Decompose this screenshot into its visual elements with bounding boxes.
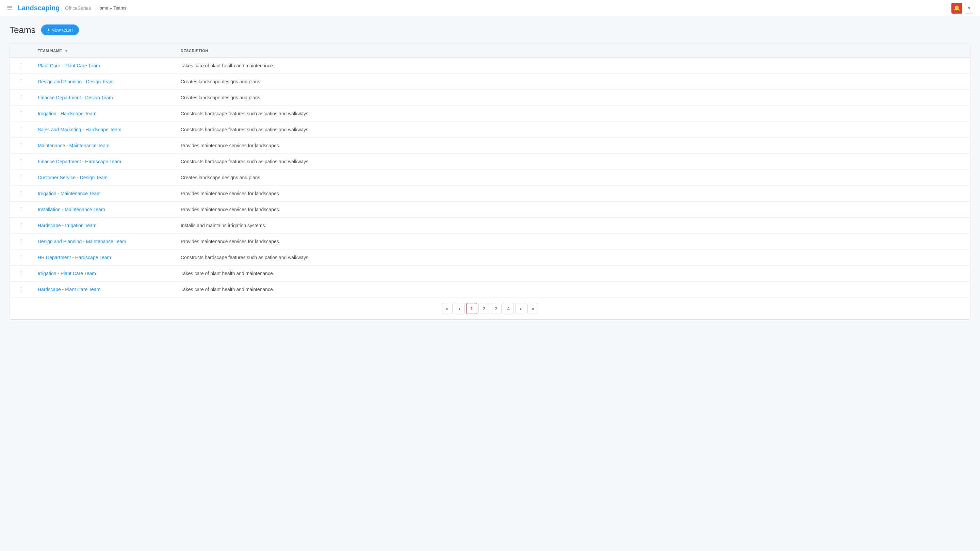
user-dropdown-button[interactable]: ▾ — [965, 3, 973, 14]
team-description: Provides maintenance services for landsc… — [181, 143, 280, 148]
table-row: ⋮Design and Planning - Maintenance TeamP… — [10, 233, 970, 250]
team-name-link[interactable]: Customer Service - Design Team — [38, 175, 108, 180]
team-name-link[interactable]: Irrigation - Plant Care Team — [38, 271, 96, 276]
pagination-first[interactable]: « — [442, 303, 453, 314]
table-row: ⋮Plant Care - Plant Care TeamTakes care … — [10, 58, 970, 74]
pagination-page-4[interactable]: 4 — [503, 303, 514, 314]
page-title: Teams — [10, 25, 36, 35]
team-description: Provides maintenance services for landsc… — [181, 239, 280, 244]
app-header: ☰ Landscaping OfficeSeries Home » Teams … — [0, 0, 980, 16]
page-header: Teams + New team — [10, 24, 970, 35]
row-menu-button[interactable]: ⋮ — [15, 222, 27, 229]
team-name-link[interactable]: Design and Planning - Design Team — [38, 79, 114, 84]
team-description: Constructs hardscape features such as pa… — [181, 255, 310, 260]
row-menu-button[interactable]: ⋮ — [15, 190, 27, 197]
table-row: ⋮Finance Department - Hardscape TeamCons… — [10, 154, 970, 170]
table-row: ⋮Customer Service - Design TeamCreates l… — [10, 170, 970, 186]
table-row: ⋮Irrigation - Maintenance TeamProvides m… — [10, 186, 970, 202]
team-name-link[interactable]: Irrigation - Hardscape Team — [38, 111, 96, 116]
team-name-link[interactable]: Plant Care - Plant Care Team — [38, 63, 100, 68]
pagination-prev[interactable]: ‹ — [454, 303, 465, 314]
bell-icon: 🔔 — [953, 5, 960, 11]
app-title: Landscaping — [18, 4, 60, 12]
row-menu-button[interactable]: ⋮ — [15, 62, 27, 69]
team-description: Creates landscape designs and plans. — [181, 95, 261, 100]
team-name-link[interactable]: Design and Planning - Maintenance Team — [38, 239, 126, 244]
pagination-page-1[interactable]: 1 — [466, 303, 477, 314]
pagination: « ‹ 1 2 3 4 › » — [10, 297, 970, 319]
notification-button[interactable]: 🔔 — [951, 3, 962, 14]
breadcrumb: Home » Teams — [96, 5, 126, 11]
header-right: 🔔 ▾ — [951, 3, 973, 14]
chevron-down-icon: ▾ — [968, 6, 970, 11]
row-menu-button[interactable]: ⋮ — [15, 142, 27, 149]
row-menu-button[interactable]: ⋮ — [15, 158, 27, 165]
teams-table: TEAM NAME ▼ DESCRIPTION ⋮Plant Care - Pl… — [10, 44, 970, 297]
table-row: ⋮HR Department - Hardscape TeamConstruct… — [10, 250, 970, 266]
pagination-page-3[interactable]: 3 — [491, 303, 501, 314]
team-name-link[interactable]: Irrigation - Maintenance Team — [38, 191, 101, 196]
col-header-name: TEAM NAME ▼ — [32, 44, 175, 58]
table-row: ⋮Hardscape - Plant Care TeamTakes care o… — [10, 282, 970, 298]
table-row: ⋮Design and Planning - Design TeamCreate… — [10, 74, 970, 90]
team-description: Constructs hardscape features such as pa… — [181, 111, 310, 116]
table-row: ⋮Sales and Marketing - Hardscape TeamCon… — [10, 122, 970, 138]
teams-table-container: TEAM NAME ▼ DESCRIPTION ⋮Plant Care - Pl… — [10, 43, 970, 320]
row-menu-button[interactable]: ⋮ — [15, 286, 27, 293]
table-row: ⋮Irrigation - Plant Care TeamTakes care … — [10, 266, 970, 282]
row-menu-button[interactable]: ⋮ — [15, 126, 27, 133]
table-header-row: TEAM NAME ▼ DESCRIPTION — [10, 44, 970, 58]
table-row: ⋮Finance Department - Design TeamCreates… — [10, 90, 970, 106]
row-menu-button[interactable]: ⋮ — [15, 270, 27, 277]
team-name-link[interactable]: Maintenance - Maintenance Team — [38, 143, 110, 148]
hamburger-icon[interactable]: ☰ — [7, 5, 12, 12]
row-menu-button[interactable]: ⋮ — [15, 78, 27, 86]
team-name-link[interactable]: HR Department - Hardscape Team — [38, 255, 111, 260]
team-description: Takes care of plant health and maintenan… — [181, 287, 274, 292]
team-description: Takes care of plant health and maintenan… — [181, 63, 274, 68]
team-description: Provides maintenance services for landsc… — [181, 191, 280, 196]
breadcrumb-home[interactable]: Home — [96, 5, 108, 11]
team-description: Constructs hardscape features such as pa… — [181, 127, 310, 132]
team-description: Creates landscape designs and plans. — [181, 79, 261, 84]
col-header-desc: DESCRIPTION — [175, 44, 970, 58]
team-description: Constructs hardscape features such as pa… — [181, 159, 310, 164]
row-menu-button[interactable]: ⋮ — [15, 254, 27, 261]
team-description: Takes care of plant health and maintenan… — [181, 271, 274, 276]
pagination-next[interactable]: › — [515, 303, 526, 314]
pagination-page-2[interactable]: 2 — [479, 303, 489, 314]
table-body: ⋮Plant Care - Plant Care TeamTakes care … — [10, 58, 970, 298]
team-name-link[interactable]: Hardscape - Plant Care Team — [38, 287, 100, 292]
team-description: Provides maintenance services for landsc… — [181, 207, 280, 212]
table-row: ⋮Hardscape - Irrigation TeamInstalls and… — [10, 218, 970, 233]
row-menu-button[interactable]: ⋮ — [15, 110, 27, 118]
table-row: ⋮Maintenance - Maintenance TeamProvides … — [10, 138, 970, 154]
breadcrumb-current: Teams — [113, 5, 126, 11]
row-menu-button[interactable]: ⋮ — [15, 206, 27, 213]
col-header-actions — [10, 44, 32, 58]
row-menu-button[interactable]: ⋮ — [15, 174, 27, 181]
main-content: Teams + New team TEAM NAME ▼ DESCRIPTION — [0, 16, 980, 328]
table-row: ⋮Installation - Maintenance TeamProvides… — [10, 202, 970, 218]
header-left: ☰ Landscaping OfficeSeries Home » Teams — [7, 4, 127, 12]
team-name-link[interactable]: Hardscape - Irrigation Team — [38, 223, 96, 228]
table-row: ⋮Irrigation - Hardscape TeamConstructs h… — [10, 106, 970, 122]
team-name-link[interactable]: Finance Department - Hardscape Team — [38, 159, 121, 164]
pagination-last[interactable]: » — [527, 303, 538, 314]
app-subtitle: OfficeSeries — [65, 5, 91, 11]
team-name-link[interactable]: Sales and Marketing - Hardscape Team — [38, 127, 121, 132]
row-menu-button[interactable]: ⋮ — [15, 94, 27, 102]
team-name-link[interactable]: Finance Department - Design Team — [38, 95, 113, 100]
breadcrumb-separator: » — [110, 5, 112, 11]
new-team-button[interactable]: + New team — [41, 24, 79, 35]
team-description: Creates landscape designs and plans. — [181, 175, 261, 180]
filter-icon[interactable]: ▼ — [64, 48, 69, 53]
row-menu-button[interactable]: ⋮ — [15, 238, 27, 245]
team-name-link[interactable]: Installation - Maintenance Team — [38, 207, 105, 212]
team-description: Installs and maintains irrigation system… — [181, 223, 266, 228]
